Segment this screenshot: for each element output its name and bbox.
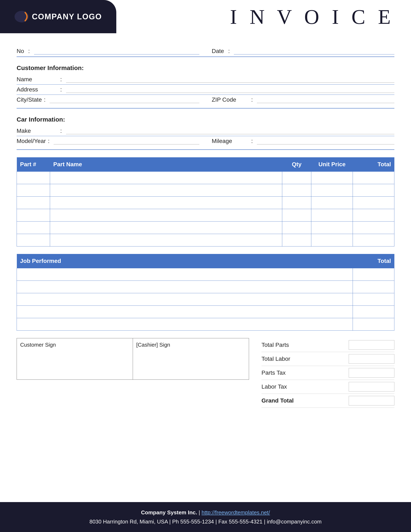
jobs-table-header-row: Job Performed Total: [17, 254, 394, 268]
name-value: [66, 77, 394, 83]
customer-address-row: Address :: [17, 85, 394, 95]
address-value: [66, 87, 394, 93]
zip-half: ZIP Code :: [212, 96, 395, 103]
car-info-section: Car Information: Make : Model/Year : Mil…: [17, 116, 394, 150]
date-label: Date: [212, 48, 224, 55]
footer-company-name: Company System Inc.: [141, 509, 197, 516]
cell-unit-price: [311, 172, 353, 184]
total-parts-value: [349, 340, 394, 350]
cell-total: [353, 234, 394, 247]
cell-part-name: [50, 197, 282, 209]
cell-total: [353, 172, 394, 184]
customer-name-row: Name :: [17, 74, 394, 85]
cell-qty: [282, 197, 311, 209]
cell-total: [353, 184, 394, 197]
no-field: No :: [17, 48, 199, 55]
name-label: Name: [17, 76, 58, 83]
parts-tax-value: [349, 368, 394, 378]
jobs-table: Job Performed Total: [17, 254, 394, 331]
table-row: [17, 209, 394, 221]
cell-job-total: [353, 318, 394, 331]
invoice-area: I N V O I C E: [116, 0, 411, 33]
total-parts-label: Total Parts: [262, 342, 345, 348]
cell-part-num: [17, 172, 50, 184]
model-value: [54, 139, 199, 144]
labor-tax-label: Labor Tax: [262, 383, 345, 390]
cell-qty: [282, 234, 311, 247]
content: No : Date : Customer Information: Name :…: [0, 33, 411, 428]
name-colon: :: [60, 76, 62, 83]
table-row: [17, 281, 394, 293]
cell-unit-price: [311, 184, 353, 197]
footer-website-link[interactable]: http://freewordtemplates.net/: [201, 509, 270, 516]
cell-part-name: [50, 184, 282, 197]
cell-part-num: [17, 209, 50, 221]
parts-table-header-row: Part # Part Name Qty Unit Price Total: [17, 157, 394, 172]
grand-total-row: Grand Total: [262, 394, 394, 408]
cell-job: [17, 281, 353, 293]
labor-tax-row: Labor Tax: [262, 380, 394, 394]
parts-col-total: Total: [353, 157, 394, 172]
cell-part-num: [17, 221, 50, 234]
address-label: Address: [17, 86, 58, 93]
cell-job-total: [353, 293, 394, 306]
parts-table: Part # Part Name Qty Unit Price Total: [17, 157, 394, 247]
logo-icon: [14, 10, 29, 23]
cell-job-total: [353, 281, 394, 293]
labor-tax-value: [349, 382, 394, 391]
grand-total-value: [349, 396, 394, 405]
table-row: [17, 318, 394, 331]
page-wrapper: COMPANY LOGO I N V O I C E No : Date : C…: [0, 0, 411, 532]
customer-info-title: Customer Information:: [17, 64, 394, 71]
logo-wrapper: COMPANY LOGO: [14, 10, 102, 23]
cell-job-total: [353, 306, 394, 318]
cell-unit-price: [311, 234, 353, 247]
address-colon: :: [60, 86, 62, 93]
table-row: [17, 293, 394, 306]
mileage-value: [257, 139, 394, 144]
cell-unit-price: [311, 221, 353, 234]
parts-tax-row: Parts Tax: [262, 366, 394, 380]
parts-col-qty: Qty: [282, 157, 311, 172]
city-value: [50, 98, 199, 103]
table-row: [17, 306, 394, 318]
footer-separator: |: [198, 509, 201, 516]
cell-part-num: [17, 184, 50, 197]
cell-part-name: [50, 221, 282, 234]
customer-city-row: City/State : ZIP Code :: [17, 95, 394, 105]
cell-qty: [282, 209, 311, 221]
customer-sign-label: Customer Sign: [20, 342, 129, 348]
cell-total: [353, 209, 394, 221]
parts-tax-label: Parts Tax: [262, 370, 345, 376]
cashier-sign-label: [Cashier] Sign: [136, 342, 245, 348]
city-colon: :: [44, 96, 46, 103]
total-parts-row: Total Parts: [262, 338, 394, 352]
table-row: [17, 197, 394, 209]
mileage-half: Mileage :: [212, 138, 395, 144]
customer-sign-box: Customer Sign: [17, 338, 133, 380]
table-row: [17, 268, 394, 281]
car-info-title: Car Information:: [17, 116, 394, 123]
cell-part-num: [17, 197, 50, 209]
zip-colon: :: [251, 96, 253, 103]
mileage-colon: :: [251, 138, 253, 144]
footer-line1: Company System Inc. | http://freewordtem…: [8, 508, 403, 517]
date-colon: :: [228, 48, 230, 55]
cell-job: [17, 306, 353, 318]
table-row: [17, 172, 394, 184]
city-zip-split: City/State : ZIP Code :: [17, 96, 394, 103]
no-colon: :: [28, 48, 30, 55]
cell-part-num: [17, 234, 50, 247]
cell-job: [17, 293, 353, 306]
model-mileage-split: Model/Year : Mileage :: [17, 138, 394, 144]
model-half: Model/Year :: [17, 138, 199, 144]
cell-total: [353, 221, 394, 234]
cell-job: [17, 268, 353, 281]
logo-text: COMPANY LOGO: [32, 12, 102, 21]
table-row: [17, 234, 394, 247]
cell-qty: [282, 221, 311, 234]
cell-qty: [282, 184, 311, 197]
model-label: Model/Year: [17, 138, 46, 144]
zip-label: ZIP Code: [212, 96, 249, 103]
footer: Company System Inc. | http://freewordtem…: [0, 502, 411, 532]
